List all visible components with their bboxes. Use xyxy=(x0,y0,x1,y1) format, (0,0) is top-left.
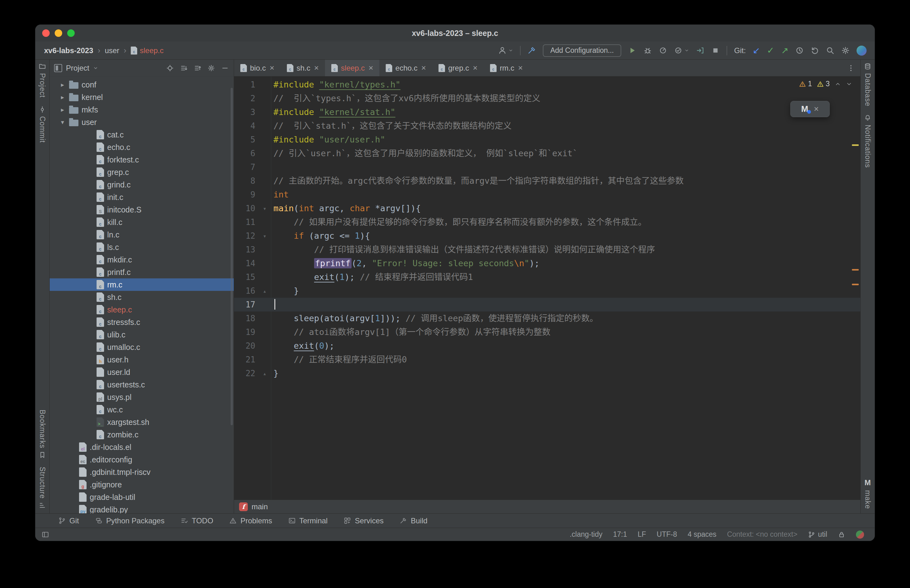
tree-item-mkdir.c[interactable]: cmkdir.c xyxy=(50,254,234,266)
fold-marker-icon[interactable]: ▴ xyxy=(259,367,271,380)
expand-all-icon[interactable] xyxy=(180,65,187,72)
code-line-12[interactable]: 12▾ if (argc <= 1){ xyxy=(234,229,860,243)
code-line-20[interactable]: 20 exit(0); xyxy=(234,339,860,353)
breadcrumb-item-xv6-labs-2023[interactable]: xv6-labs-2023 xyxy=(44,46,93,55)
tree-item-kill.c[interactable]: ckill.c xyxy=(50,216,234,228)
close-tab-icon[interactable]: × xyxy=(314,63,319,73)
user-avatar[interactable] xyxy=(857,45,866,56)
git-push-button[interactable]: ↗ xyxy=(781,46,789,55)
toolwindow-bookmarks[interactable]: Bookmarks xyxy=(38,410,47,459)
fold-marker-icon[interactable]: ▴ xyxy=(259,284,271,298)
hide-icon[interactable] xyxy=(221,65,229,72)
tree-item-umalloc.c[interactable]: cumalloc.c xyxy=(50,341,234,353)
tool-terminal[interactable]: Terminal xyxy=(288,517,328,525)
tab-grep.c[interactable]: cgrep.c× xyxy=(432,60,484,76)
chevron-right-icon[interactable]: ▸ xyxy=(59,106,66,113)
attach-to-process-button[interactable] xyxy=(696,46,705,55)
tool-build[interactable]: Build xyxy=(400,517,427,525)
toolwindow-make[interactable]: Mmake xyxy=(863,478,872,509)
toolwindow-project[interactable]: Project xyxy=(38,63,47,98)
tab-echo.c[interactable]: cecho.c× xyxy=(379,60,432,76)
chevron-up-icon[interactable] xyxy=(835,81,841,87)
tree-item-printf.c[interactable]: cprintf.c xyxy=(50,266,234,278)
resolve-context[interactable]: Context: <no context> xyxy=(727,530,797,539)
tree-item-rm.c[interactable]: crm.c xyxy=(50,278,234,291)
history-button[interactable] xyxy=(795,46,804,55)
code-line-9[interactable]: 9int xyxy=(234,188,860,202)
tree-item-.dir-locals.el[interactable]: el.dir-locals.el xyxy=(50,441,234,453)
git-update-button[interactable]: ↙ xyxy=(753,46,760,55)
code-line-6[interactable]: 6// 引入`user.h`，这包含了用户级别的函数和定义， 例如`sleep`… xyxy=(234,147,860,160)
tree-item-sh.c[interactable]: csh.c xyxy=(50,291,234,304)
locate-icon[interactable] xyxy=(166,65,174,72)
indent-style[interactable]: 4 spaces xyxy=(687,530,716,539)
code-line-18[interactable]: 18 sleep(atoi(argv[1])); // 调用sleep函数，使进… xyxy=(234,312,860,325)
code-line-16[interactable]: 16▴ } xyxy=(234,284,860,298)
close-tab-icon[interactable]: × xyxy=(369,63,373,73)
tab-rm.c[interactable]: crm.c× xyxy=(484,60,529,76)
tool-git[interactable]: Git xyxy=(58,517,79,525)
more-tabs-button[interactable] xyxy=(847,60,860,76)
tree-item-stressfs.c[interactable]: cstressfs.c xyxy=(50,316,234,328)
tree-item-user[interactable]: ▾user xyxy=(50,116,234,128)
code-line-14[interactable]: 14 fprintf(2, "Error! Usage: sleep secon… xyxy=(234,257,860,270)
code-line-4[interactable]: 4// 引入`stat.h`，这包含了关于文件状态的数据结构的定义 xyxy=(234,119,860,133)
close-tab-icon[interactable]: × xyxy=(270,63,275,73)
lock-icon[interactable] xyxy=(838,531,845,538)
toolwindow-commit[interactable]: Commit xyxy=(38,106,47,143)
code-line-8[interactable]: 8// 主函数的开始。argc代表命令行参数的数量，而argv是一个指向字符串数… xyxy=(234,174,860,188)
tree-item-mkfs[interactable]: ▸mkfs xyxy=(50,103,234,116)
tree-item-grep.c[interactable]: cgrep.c xyxy=(50,166,234,178)
fold-marker-icon[interactable]: ▾ xyxy=(259,202,271,215)
tree-item-ls.c[interactable]: cls.c xyxy=(50,241,234,254)
code-line-19[interactable]: 19 // atoi函数将argv[1]（第一个命令行参数）从字符串转换为整数 xyxy=(234,325,860,339)
tool-todo[interactable]: TODO xyxy=(181,517,213,525)
inspection-warnings[interactable]: 1 xyxy=(799,80,812,88)
tool-python-packages[interactable]: Python Packages xyxy=(95,517,165,525)
search-everywhere-button[interactable] xyxy=(826,46,834,55)
chevron-right-icon[interactable]: ▸ xyxy=(59,94,66,101)
stop-button[interactable] xyxy=(711,46,720,55)
code-line-3[interactable]: 3#include "kernel/stat.h" xyxy=(234,105,860,119)
code-line-1[interactable]: 1#include "kernel/types.h" xyxy=(234,78,860,92)
collapse-all-icon[interactable] xyxy=(194,65,201,72)
tree-item-echo.c[interactable]: cecho.c xyxy=(50,141,234,153)
chevron-down-icon[interactable] xyxy=(93,66,98,71)
tree-item-usertests.c[interactable]: cusertests.c xyxy=(50,378,234,391)
tree-item-.gitignore[interactable]: g.gitignore xyxy=(50,478,234,491)
chevron-down-icon[interactable] xyxy=(846,81,852,87)
close-tab-icon[interactable]: × xyxy=(473,63,477,73)
inspections-profile-icon[interactable] xyxy=(856,530,864,539)
tree-item-.gdbinit.tmpl-riscv[interactable]: .gdbinit.tmpl-riscv xyxy=(50,466,234,478)
code-line-10[interactable]: 10▾main(int argc, char *argv[]){ xyxy=(234,202,860,215)
fold-marker-icon[interactable]: ▾ xyxy=(259,229,271,243)
toolwindow-database[interactable]: Database xyxy=(863,63,872,106)
tree-item-init.c[interactable]: cinit.c xyxy=(50,191,234,204)
run-with-profiler-button[interactable] xyxy=(659,46,667,55)
tree-item-forktest.c[interactable]: cforktest.c xyxy=(50,153,234,166)
tree-scrollbar[interactable] xyxy=(231,88,233,425)
debug-button[interactable] xyxy=(643,46,652,55)
add-configuration-button[interactable]: Add Configuration... xyxy=(543,44,621,57)
toolwindow-notifications[interactable]: Notifications xyxy=(863,114,872,168)
error-stripe-mark[interactable] xyxy=(852,269,859,271)
tree-item-sleep.c[interactable]: csleep.c xyxy=(50,304,234,316)
error-stripe-mark[interactable] xyxy=(852,284,859,285)
build-hammer-button[interactable] xyxy=(527,46,536,55)
tree-item-user.ld[interactable]: user.ld xyxy=(50,366,234,378)
rollback-button[interactable] xyxy=(811,46,819,55)
tree-item-wc.c[interactable]: cwc.c xyxy=(50,403,234,416)
close-tab-icon[interactable]: × xyxy=(421,63,426,73)
breadcrumb-item-sleep.c[interactable]: csleep.c xyxy=(131,46,163,55)
breadcrumb-item-user[interactable]: user xyxy=(105,46,120,55)
project-panel-title[interactable]: Project xyxy=(66,64,89,73)
make-floating-widget[interactable]: M × xyxy=(790,101,830,117)
tree-item-user.h[interactable]: huser.h xyxy=(50,353,234,366)
close-tab-icon[interactable]: × xyxy=(518,63,523,73)
code-line-2[interactable]: 2// 引入`types.h`，这包含了xv6内核所使用的基本数据类型的定义 xyxy=(234,92,860,105)
line-ending[interactable]: LF xyxy=(637,530,646,539)
toolwindow-layout-icon[interactable] xyxy=(42,531,49,538)
tree-item-kernel[interactable]: ▸kernel xyxy=(50,91,234,103)
code-line-5[interactable]: 5#include "user/user.h" xyxy=(234,133,860,147)
tree-item-usys.pl[interactable]: plusys.pl xyxy=(50,391,234,403)
